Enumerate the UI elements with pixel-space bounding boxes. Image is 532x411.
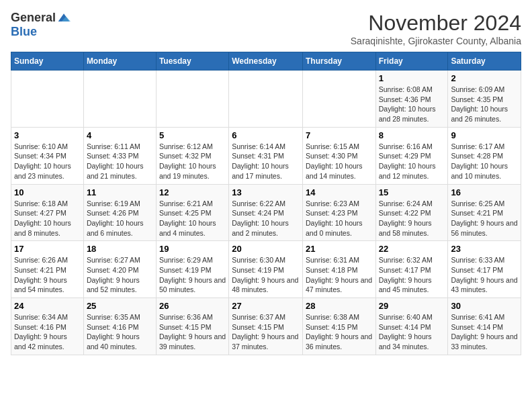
day-number: 26: [159, 301, 226, 311]
month-title: November 2024: [351, 11, 521, 36]
calendar-cell: 12Sunrise: 6:21 AM Sunset: 4:25 PM Dayli…: [156, 184, 228, 241]
calendar-cell: 15Sunrise: 6:24 AM Sunset: 4:22 PM Dayli…: [375, 184, 448, 241]
calendar-cell: 9Sunrise: 6:17 AM Sunset: 4:28 PM Daylig…: [448, 127, 521, 184]
day-number: 22: [379, 244, 445, 254]
calendar-cell: 16Sunrise: 6:25 AM Sunset: 4:21 PM Dayli…: [448, 184, 521, 241]
calendar-cell: 29Sunrise: 6:40 AM Sunset: 4:14 PM Dayli…: [375, 298, 448, 355]
day-number: 29: [379, 301, 445, 311]
calendar-cell: 4Sunrise: 6:11 AM Sunset: 4:33 PM Daylig…: [83, 127, 156, 184]
day-info: Sunrise: 6:41 AM Sunset: 4:14 PM Dayligh…: [451, 312, 518, 352]
day-info: Sunrise: 6:10 AM Sunset: 4:34 PM Dayligh…: [14, 142, 81, 181]
day-number: 15: [379, 187, 445, 197]
day-number: 16: [451, 187, 518, 197]
logo-icon: [57, 11, 71, 25]
day-number: 11: [87, 187, 153, 197]
day-info: Sunrise: 6:12 AM Sunset: 4:32 PM Dayligh…: [159, 142, 226, 181]
calendar-cell: [229, 71, 303, 128]
calendar-cell: 23Sunrise: 6:33 AM Sunset: 4:17 PM Dayli…: [448, 241, 521, 298]
calendar-table: SundayMondayTuesdayWednesdayThursdayFrid…: [11, 52, 521, 355]
day-info: Sunrise: 6:31 AM Sunset: 4:18 PM Dayligh…: [306, 255, 373, 295]
day-info: Sunrise: 6:26 AM Sunset: 4:21 PM Dayligh…: [14, 255, 81, 295]
calendar-header: SundayMondayTuesdayWednesdayThursdayFrid…: [11, 52, 521, 71]
calendar-cell: 27Sunrise: 6:37 AM Sunset: 4:15 PM Dayli…: [229, 298, 303, 355]
header-day-monday: Monday: [83, 52, 156, 71]
week-row-3: 17Sunrise: 6:26 AM Sunset: 4:21 PM Dayli…: [11, 241, 521, 298]
header-day-saturday: Saturday: [448, 52, 521, 71]
day-info: Sunrise: 6:27 AM Sunset: 4:20 PM Dayligh…: [87, 255, 153, 295]
day-info: Sunrise: 6:32 AM Sunset: 4:17 PM Dayligh…: [379, 255, 445, 295]
day-number: 10: [14, 187, 81, 197]
calendar-cell: 17Sunrise: 6:26 AM Sunset: 4:21 PM Dayli…: [11, 241, 84, 298]
day-number: 6: [232, 130, 300, 140]
calendar-cell: 24Sunrise: 6:34 AM Sunset: 4:16 PM Dayli…: [11, 298, 84, 355]
day-number: 30: [451, 301, 518, 311]
logo: General Blue: [11, 11, 71, 39]
calendar-cell: 21Sunrise: 6:31 AM Sunset: 4:18 PM Dayli…: [302, 241, 375, 298]
calendar-cell: 1Sunrise: 6:08 AM Sunset: 4:36 PM Daylig…: [375, 71, 448, 128]
day-number: 23: [451, 244, 518, 254]
day-info: Sunrise: 6:15 AM Sunset: 4:30 PM Dayligh…: [306, 142, 373, 181]
day-info: Sunrise: 6:30 AM Sunset: 4:19 PM Dayligh…: [232, 255, 300, 295]
day-info: Sunrise: 6:33 AM Sunset: 4:17 PM Dayligh…: [451, 255, 518, 295]
day-info: Sunrise: 6:35 AM Sunset: 4:16 PM Dayligh…: [87, 312, 153, 352]
day-info: Sunrise: 6:21 AM Sunset: 4:25 PM Dayligh…: [159, 199, 226, 238]
calendar-cell: 28Sunrise: 6:38 AM Sunset: 4:15 PM Dayli…: [302, 298, 375, 355]
day-number: 27: [232, 301, 300, 311]
day-number: 17: [14, 244, 81, 254]
logo-blue-text: Blue: [11, 25, 37, 39]
calendar-cell: 14Sunrise: 6:23 AM Sunset: 4:23 PM Dayli…: [302, 184, 375, 241]
calendar-cell: [156, 71, 228, 128]
day-info: Sunrise: 6:38 AM Sunset: 4:15 PM Dayligh…: [306, 312, 373, 352]
header-day-friday: Friday: [375, 52, 448, 71]
week-row-1: 3Sunrise: 6:10 AM Sunset: 4:34 PM Daylig…: [11, 127, 521, 184]
header-day-thursday: Thursday: [302, 52, 375, 71]
calendar-body: 1Sunrise: 6:08 AM Sunset: 4:36 PM Daylig…: [11, 71, 521, 355]
header-row: SundayMondayTuesdayWednesdayThursdayFrid…: [11, 52, 521, 71]
calendar-cell: 7Sunrise: 6:15 AM Sunset: 4:30 PM Daylig…: [302, 127, 375, 184]
day-number: 24: [14, 301, 81, 311]
day-info: Sunrise: 6:25 AM Sunset: 4:21 PM Dayligh…: [451, 199, 518, 238]
day-info: Sunrise: 6:16 AM Sunset: 4:29 PM Dayligh…: [379, 142, 445, 181]
day-number: 4: [87, 130, 153, 140]
calendar-cell: 2Sunrise: 6:09 AM Sunset: 4:35 PM Daylig…: [448, 71, 521, 128]
location-subtitle: Saraqinishte, Gjirokaster County, Albani…: [351, 36, 521, 46]
day-info: Sunrise: 6:11 AM Sunset: 4:33 PM Dayligh…: [87, 142, 153, 181]
calendar-cell: 6Sunrise: 6:14 AM Sunset: 4:31 PM Daylig…: [229, 127, 303, 184]
week-row-2: 10Sunrise: 6:18 AM Sunset: 4:27 PM Dayli…: [11, 184, 521, 241]
day-number: 12: [159, 187, 226, 197]
calendar-cell: 3Sunrise: 6:10 AM Sunset: 4:34 PM Daylig…: [11, 127, 84, 184]
day-number: 13: [232, 187, 300, 197]
day-info: Sunrise: 6:19 AM Sunset: 4:26 PM Dayligh…: [87, 199, 153, 238]
day-number: 9: [451, 130, 518, 140]
day-number: 2: [451, 73, 518, 83]
day-number: 1: [379, 73, 445, 83]
day-info: Sunrise: 6:09 AM Sunset: 4:35 PM Dayligh…: [451, 85, 518, 124]
day-info: Sunrise: 6:22 AM Sunset: 4:24 PM Dayligh…: [232, 199, 300, 238]
day-number: 3: [14, 130, 81, 140]
logo-general-text: General: [11, 11, 56, 25]
day-info: Sunrise: 6:24 AM Sunset: 4:22 PM Dayligh…: [379, 199, 445, 238]
calendar-cell: 11Sunrise: 6:19 AM Sunset: 4:26 PM Dayli…: [83, 184, 156, 241]
title-section: November 2024 Saraqinishte, Gjirokaster …: [351, 11, 521, 46]
calendar-cell: 13Sunrise: 6:22 AM Sunset: 4:24 PM Dayli…: [229, 184, 303, 241]
calendar-cell: 8Sunrise: 6:16 AM Sunset: 4:29 PM Daylig…: [375, 127, 448, 184]
calendar-cell: 25Sunrise: 6:35 AM Sunset: 4:16 PM Dayli…: [83, 298, 156, 355]
day-info: Sunrise: 6:08 AM Sunset: 4:36 PM Dayligh…: [379, 85, 445, 124]
day-info: Sunrise: 6:18 AM Sunset: 4:27 PM Dayligh…: [14, 199, 81, 238]
day-info: Sunrise: 6:37 AM Sunset: 4:15 PM Dayligh…: [232, 312, 300, 352]
week-row-4: 24Sunrise: 6:34 AM Sunset: 4:16 PM Dayli…: [11, 298, 521, 355]
day-number: 28: [306, 301, 373, 311]
calendar-cell: 5Sunrise: 6:12 AM Sunset: 4:32 PM Daylig…: [156, 127, 228, 184]
day-number: 8: [379, 130, 445, 140]
day-info: Sunrise: 6:17 AM Sunset: 4:28 PM Dayligh…: [451, 142, 518, 181]
day-number: 19: [159, 244, 226, 254]
calendar-cell: 22Sunrise: 6:32 AM Sunset: 4:17 PM Dayli…: [375, 241, 448, 298]
day-number: 21: [306, 244, 373, 254]
calendar-cell: 10Sunrise: 6:18 AM Sunset: 4:27 PM Dayli…: [11, 184, 84, 241]
calendar-cell: 18Sunrise: 6:27 AM Sunset: 4:20 PM Dayli…: [83, 241, 156, 298]
day-info: Sunrise: 6:36 AM Sunset: 4:15 PM Dayligh…: [159, 312, 226, 352]
day-info: Sunrise: 6:34 AM Sunset: 4:16 PM Dayligh…: [14, 312, 81, 352]
day-info: Sunrise: 6:40 AM Sunset: 4:14 PM Dayligh…: [379, 312, 445, 352]
day-info: Sunrise: 6:29 AM Sunset: 4:19 PM Dayligh…: [159, 255, 226, 295]
day-number: 20: [232, 244, 300, 254]
